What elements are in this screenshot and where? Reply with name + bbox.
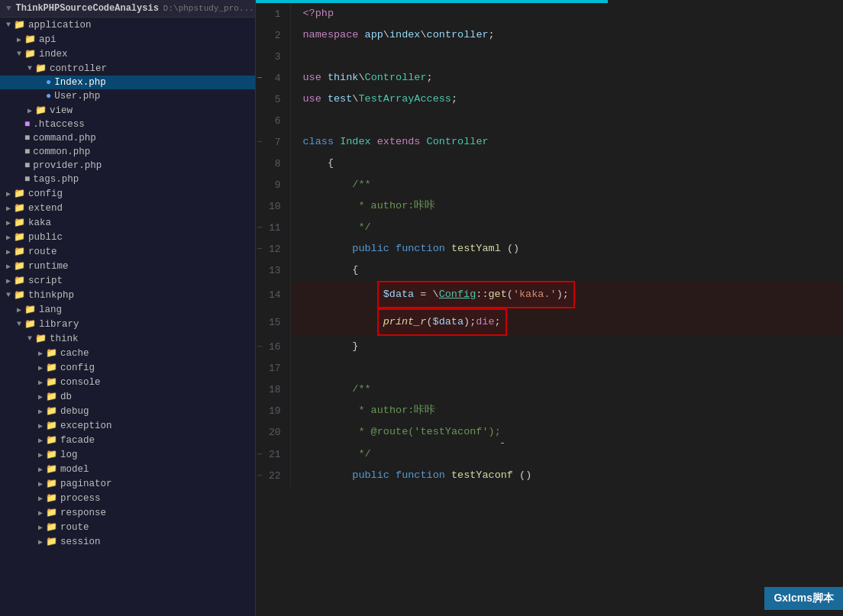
code-row-22: ─22 public function testYaconf ()	[256, 465, 843, 486]
code-row-18: 18 /**	[256, 379, 843, 400]
tree-item-application[interactable]: ▼ 📁 application	[0, 18, 255, 32]
tree-item-index[interactable]: ▼ 📁 index	[0, 47, 255, 61]
code-line-14: $data = \Config::get('kaka.');	[290, 281, 843, 308]
tree-label: public	[28, 232, 63, 243]
tree-label: common.php	[33, 147, 90, 157]
tree-label: command.php	[33, 133, 96, 144]
code-line-22: public function testYaconf ()	[290, 465, 843, 486]
tree-label: config	[28, 189, 63, 199]
tree-item-think[interactable]: ▼ 📁 think	[0, 331, 255, 346]
tree-item-index-php[interactable]: ● Index.php	[0, 76, 255, 89]
line-num-16: ─16	[256, 336, 290, 357]
line-num-21: ─21	[256, 443, 290, 465]
tree-label: response	[60, 508, 106, 518]
code-line-19: * author:咔咔	[290, 400, 843, 421]
line-num-19: 19	[256, 400, 290, 421]
tree-item-api[interactable]: ▶ 📁 api	[0, 32, 255, 47]
tree-item-response[interactable]: ▶ 📁 response	[0, 505, 255, 520]
tree-label: User.php	[54, 91, 100, 102]
file-tree: ▼ 📁 application ▶ 📁 api ▼ 📁 index ▼ 📁 co…	[0, 18, 255, 549]
tree-item-tags-php[interactable]: ■ tags.php	[0, 173, 255, 186]
tree-label: application	[28, 20, 92, 31]
tree-item-route[interactable]: ▶ 📁 route	[0, 244, 255, 259]
code-row-7: ─7 class Index extends Controller	[256, 131, 843, 153]
tree-label: Index.php	[54, 77, 106, 88]
code-line-3	[290, 46, 843, 67]
code-line-15: print_r($data);die;	[290, 308, 843, 336]
code-line-10: * author:咔咔	[290, 195, 843, 217]
code-area[interactable]: 1 <?php 2 namespace app\index\controller…	[256, 3, 843, 616]
code-line-21: */	[290, 443, 843, 465]
tree-label: config	[60, 363, 95, 373]
line-num-17: 17	[256, 357, 290, 379]
tree-item-runtime[interactable]: ▶ 📁 runtime	[0, 259, 255, 273]
tree-item-exception[interactable]: ▶ 📁 exception	[0, 418, 255, 433]
project-name: ThinkPHPSourceCodeAnalysis	[16, 3, 159, 14]
tree-item-htaccess[interactable]: ■ .htaccess	[0, 118, 255, 131]
tree-item-script[interactable]: ▶ 📁 script	[0, 273, 255, 288]
line-num-18: 18	[256, 379, 290, 400]
line-num-8: 8	[256, 153, 290, 174]
code-line-8: {	[290, 153, 843, 174]
line-num-9: 9	[256, 174, 290, 195]
line-num-1: 1	[256, 3, 290, 24]
code-line-13: {	[290, 260, 843, 281]
sidebar-title-bar: ▼ ThinkPHPSourceCodeAnalysis D:\phpstudy…	[0, 0, 255, 18]
tree-label: route	[60, 522, 89, 533]
line-num-5: 5	[256, 89, 290, 110]
tree-label: controller	[50, 63, 107, 74]
line-num-13: 13	[256, 260, 290, 281]
line-num-14: 14	[256, 281, 290, 308]
tree-item-user-php[interactable]: ● User.php	[0, 89, 255, 103]
tree-item-common-php[interactable]: ■ common.php	[0, 145, 255, 159]
code-line-1: <?php	[290, 3, 843, 24]
tree-label: facade	[60, 435, 95, 446]
code-row-5: 5 use test\TestArrayAccess;	[256, 89, 843, 110]
tree-item-log[interactable]: ▶ 📁 log	[0, 447, 255, 462]
tree-item-debug[interactable]: ▶ 📁 debug	[0, 404, 255, 418]
tree-label: exception	[60, 421, 112, 431]
line-num-22: ─22	[256, 465, 290, 486]
tree-item-db[interactable]: ▶ 📁 db	[0, 389, 255, 404]
code-row-3: 3	[256, 46, 843, 67]
tree-item-public[interactable]: ▶ 📁 public	[0, 230, 255, 244]
tree-label: session	[60, 537, 101, 547]
code-line-7: class Index extends Controller	[290, 131, 843, 153]
tree-item-model[interactable]: ▶ 📁 model	[0, 462, 255, 476]
tree-label: log	[60, 450, 78, 460]
tree-item-config[interactable]: ▶ 📁 config	[0, 186, 255, 201]
tree-item-paginator[interactable]: ▶ 📁 paginator	[0, 476, 255, 491]
code-row-4: ─4 use think\Controller;	[256, 67, 843, 89]
code-row-1: 1 <?php	[256, 3, 843, 24]
tree-item-facade[interactable]: ▶ 📁 facade	[0, 433, 255, 447]
tree-label: .htaccess	[33, 119, 85, 130]
code-row-12: ─12 public function testYaml ()	[256, 238, 843, 260]
tree-item-thinkphp[interactable]: ▼ 📁 thinkphp	[0, 288, 255, 302]
tree-item-route-think[interactable]: ▶ 📁 route	[0, 520, 255, 534]
tree-item-view[interactable]: ▶ 📁 view	[0, 103, 255, 118]
tree-item-lang[interactable]: ▶ 📁 lang	[0, 302, 255, 317]
code-row-21: ─21 */	[256, 443, 843, 465]
line-num-2: 2	[256, 24, 290, 46]
tree-item-kaka[interactable]: ▶ 📁 kaka	[0, 215, 255, 230]
code-line-11: */	[290, 217, 843, 238]
tree-item-provider-php[interactable]: ■ provider.php	[0, 159, 255, 173]
tree-item-console[interactable]: ▶ 📁 console	[0, 375, 255, 389]
tree-label: paginator	[60, 479, 112, 489]
tree-label: lang	[39, 305, 62, 315]
code-line-6	[290, 110, 843, 131]
code-row-11: ─11 */	[256, 217, 843, 238]
tree-item-command-php[interactable]: ■ command.php	[0, 131, 255, 145]
line-num-4: ─4	[256, 67, 290, 89]
line-num-15: 15	[256, 308, 290, 336]
tree-item-config-think[interactable]: ▶ 📁 config	[0, 360, 255, 375]
code-row-10: 10 * author:咔咔	[256, 195, 843, 217]
tree-item-library[interactable]: ▼ 📁 library	[0, 317, 255, 331]
tree-item-controller[interactable]: ▼ 📁 controller	[0, 61, 255, 76]
tree-item-cache[interactable]: ▶ 📁 cache	[0, 346, 255, 360]
tree-item-session[interactable]: ▶ 📁 session	[0, 534, 255, 549]
tree-item-process[interactable]: ▶ 📁 process	[0, 491, 255, 505]
code-line-9: /**	[290, 174, 843, 195]
tree-item-extend[interactable]: ▶ 📁 extend	[0, 201, 255, 215]
sidebar: ▼ ThinkPHPSourceCodeAnalysis D:\phpstudy…	[0, 0, 256, 616]
